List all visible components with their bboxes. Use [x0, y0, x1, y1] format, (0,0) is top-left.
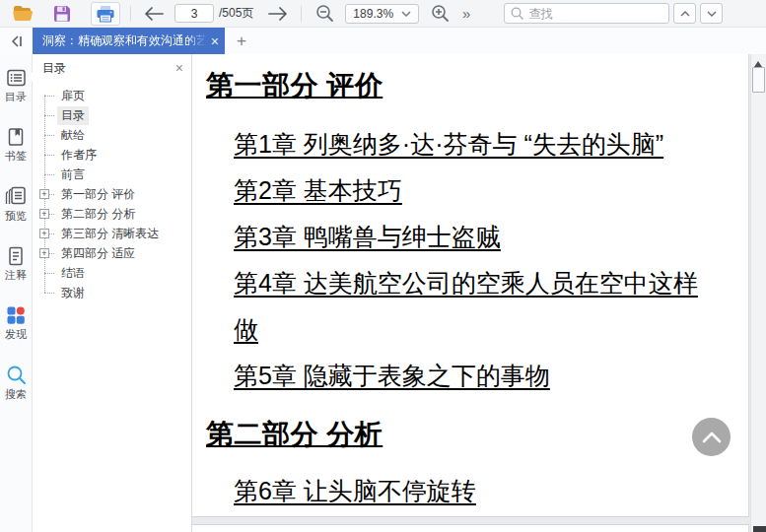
- save-button[interactable]: [49, 2, 75, 26]
- zoom-out-button[interactable]: [312, 2, 337, 26]
- chevron-up-icon: [680, 11, 690, 17]
- toc-chapter-link[interactable]: 第4章 达美航空公司的空乘人员在空中这样做: [234, 260, 707, 353]
- outline-item[interactable]: 前言: [44, 165, 191, 184]
- outline-tree: 扉页 目录 献给 作者序 前言 + 第一部分 评价: [44, 86, 191, 302]
- toc-chapter-link[interactable]: 第2章 基本技巧: [234, 167, 707, 214]
- outline-panel-close-icon[interactable]: ×: [175, 60, 183, 76]
- back-to-top-button[interactable]: [692, 418, 731, 456]
- expand-icon[interactable]: +: [39, 209, 49, 219]
- outline-item[interactable]: 结语: [44, 263, 191, 283]
- sidebar-item-label: 预览: [5, 209, 27, 224]
- find-previous-button[interactable]: [673, 3, 696, 24]
- toc-section-heading[interactable]: 第二部分 分析: [206, 416, 748, 453]
- preview-icon: [5, 186, 27, 207]
- find-bar: [504, 3, 723, 24]
- expand-icon[interactable]: +: [39, 229, 49, 238]
- sidebar-item-discover[interactable]: 发现: [0, 305, 32, 342]
- toolbar-separator: [301, 6, 302, 22]
- find-input-box[interactable]: [504, 3, 669, 24]
- sidebar-item-label: 注释: [5, 268, 27, 283]
- printer-icon: [96, 5, 115, 23]
- next-page-edge: [192, 524, 749, 532]
- document-page: 第一部分 评价 第1章 列奥纳多·达·芬奇与 “失去的头脑” 第2章 基本技巧 …: [192, 54, 749, 517]
- sidebar-item-label: 书签: [5, 149, 27, 164]
- new-tab-button[interactable]: +: [225, 28, 258, 54]
- toolbar-separator: [130, 6, 131, 22]
- sidebar-item-search[interactable]: 搜索: [0, 365, 32, 402]
- outline-item[interactable]: + 第四部分 适应: [44, 243, 191, 263]
- magnifier-minus-icon: [315, 4, 334, 23]
- outline-item[interactable]: 致谢: [44, 283, 191, 302]
- save-floppy-icon: [53, 5, 71, 23]
- toc-chapter-link[interactable]: 第3章 鸭嘴兽与绅士盗贼: [234, 214, 707, 260]
- scrollbar-up-arrow[interactable]: [754, 57, 762, 67]
- open-folder-icon: [13, 5, 34, 22]
- tab-title: 洞察：精确观察和有效沟通的艺: [42, 33, 207, 49]
- sidebar-item-preview[interactable]: 预览: [0, 186, 32, 224]
- find-input[interactable]: [528, 7, 647, 21]
- more-tools-button[interactable]: »: [462, 5, 470, 22]
- arrow-right-icon: [267, 6, 289, 22]
- previous-page-button[interactable]: [141, 2, 167, 26]
- toc-chapter-link[interactable]: 第6章 让头脑不停旋转: [234, 468, 707, 514]
- chevron-down-icon: [401, 11, 411, 17]
- collapse-tabs-button[interactable]: [0, 28, 33, 54]
- page-number-input[interactable]: [174, 4, 214, 23]
- chevron-up-icon: [702, 432, 722, 443]
- print-button[interactable]: [91, 2, 120, 26]
- outline-item[interactable]: 作者序: [44, 145, 191, 165]
- outline-item[interactable]: + 第三部分 清晰表达: [44, 224, 191, 243]
- magnifier-plus-icon: [431, 4, 450, 23]
- sidebar: 目录 书签 预览 注释: [0, 54, 33, 532]
- bookmark-icon: [6, 127, 26, 147]
- chevron-left-bar-icon: [9, 34, 25, 48]
- zoom-level-value: 189.3%: [353, 7, 393, 21]
- outline-item[interactable]: + 第二部分 分析: [44, 204, 191, 224]
- toolbar: /505页 189.3% »: [0, 0, 766, 28]
- toc-chapter-link[interactable]: 第5章 隐藏于表象之下的事物: [234, 353, 707, 399]
- expand-icon[interactable]: +: [39, 248, 49, 258]
- next-page-button[interactable]: [265, 2, 291, 26]
- tab-bar: 洞察：精确观察和有效沟通的艺 × +: [0, 28, 766, 54]
- workspace: 目录 书签 预览 注释: [0, 54, 766, 532]
- outline-item[interactable]: + 第一部分 评价: [44, 184, 191, 204]
- vertical-scrollbar[interactable]: [750, 54, 766, 532]
- toc-icon: [6, 68, 27, 88]
- search-icon: [6, 365, 27, 385]
- outline-panel: 目录 × 扉页 目录 献给 作者序 前言: [33, 54, 192, 532]
- sidebar-item-label: 发现: [5, 327, 27, 342]
- open-file-button[interactable]: [10, 2, 35, 26]
- arrow-left-icon: [143, 6, 165, 22]
- scrollbar-corner: [753, 526, 766, 532]
- outline-item[interactable]: 献给: [44, 125, 191, 145]
- toc-section-heading[interactable]: 第一部分 评价: [206, 67, 748, 104]
- sidebar-item-toc[interactable]: 目录: [0, 68, 32, 104]
- sidebar-item-annotations[interactable]: 注释: [0, 246, 32, 283]
- table-of-contents: 第一部分 评价 第1章 列奥纳多·达·芬奇与 “失去的头脑” 第2章 基本技巧 …: [192, 67, 748, 514]
- sidebar-item-label: 目录: [5, 90, 27, 104]
- zoom-in-button[interactable]: [427, 2, 453, 26]
- document-view[interactable]: 第一部分 评价 第1章 列奥纳多·达·芬奇与 “失去的头脑” 第2章 基本技巧 …: [192, 54, 766, 532]
- find-next-button[interactable]: [700, 3, 723, 24]
- outline-panel-header: 目录 ×: [33, 54, 191, 82]
- scrollbar-thumb[interactable]: [752, 67, 765, 93]
- toc-chapter-link[interactable]: 第1章 列奥纳多·达·芬奇与 “失去的头脑”: [234, 121, 707, 167]
- pdf-reader-window: /505页 189.3% »: [0, 0, 766, 532]
- discover-icon: [6, 305, 26, 325]
- document-tab[interactable]: 洞察：精确观察和有效沟通的艺 ×: [33, 28, 225, 54]
- sidebar-item-bookmarks[interactable]: 书签: [0, 127, 32, 164]
- outline-panel-title: 目录: [42, 60, 175, 77]
- outline-item-selected[interactable]: 目录: [44, 105, 191, 125]
- outline-item[interactable]: 扉页: [44, 86, 191, 105]
- expand-icon[interactable]: +: [39, 189, 49, 199]
- sidebar-item-label: 搜索: [5, 387, 27, 402]
- search-icon: [511, 7, 523, 20]
- tab-close-icon[interactable]: ×: [211, 34, 219, 48]
- chevron-down-icon: [707, 11, 717, 17]
- zoom-level-select[interactable]: 189.3%: [345, 4, 419, 24]
- page-total-label: /505页: [219, 5, 253, 22]
- annotation-icon: [6, 246, 26, 266]
